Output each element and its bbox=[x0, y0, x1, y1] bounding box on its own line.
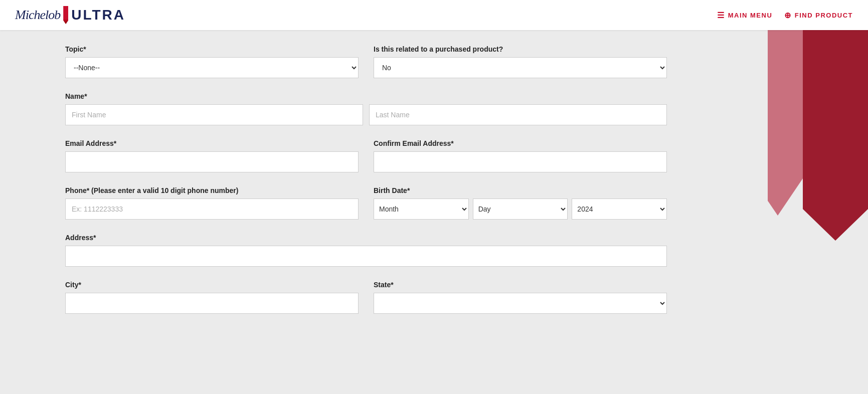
state-label: State* bbox=[374, 281, 667, 289]
purchased-select[interactable]: No Yes bbox=[374, 57, 667, 78]
find-product-label: FIND PRODUCT bbox=[795, 12, 853, 19]
row-topic: Topic* --None-- General Inquiry Product … bbox=[65, 45, 667, 78]
city-label: City* bbox=[65, 281, 359, 289]
email-label: Email Address* bbox=[65, 139, 359, 147]
header: Michelob ULTRA ☰ MAIN MENU ⊕ FIND PRODUC… bbox=[0, 0, 868, 30]
logo-ribbon-icon bbox=[63, 6, 68, 24]
row-email: Email Address* Confirm Email Address* bbox=[65, 139, 667, 172]
email-input[interactable] bbox=[65, 151, 359, 172]
deco-ribbon-container bbox=[768, 30, 868, 394]
group-topic: Topic* --None-- General Inquiry Product … bbox=[65, 45, 359, 78]
month-select[interactable]: Month January February March April May J… bbox=[374, 199, 469, 220]
group-birth-date: Birth Date* Month January February March… bbox=[374, 186, 667, 220]
last-name-input[interactable] bbox=[369, 104, 667, 125]
day-select[interactable]: Day 12 34 56 78 910 1520 2531 bbox=[473, 199, 568, 220]
group-name: Name* bbox=[65, 92, 667, 125]
birth-date-selects: Month January February March April May J… bbox=[374, 199, 667, 220]
page-wrapper: Topic* --None-- General Inquiry Product … bbox=[0, 30, 868, 394]
find-product-button[interactable]: ⊕ FIND PRODUCT bbox=[784, 11, 853, 20]
city-input[interactable] bbox=[65, 293, 359, 314]
main-content: Topic* --None-- General Inquiry Product … bbox=[0, 30, 808, 394]
main-menu-label: MAIN MENU bbox=[728, 12, 773, 19]
logo-ultra-text: ULTRA bbox=[71, 7, 125, 23]
row-phone-birth: Phone* (Please enter a valid 10 digit ph… bbox=[65, 186, 667, 220]
first-name-input[interactable] bbox=[65, 104, 363, 125]
main-menu-button[interactable]: ☰ MAIN MENU bbox=[717, 11, 772, 20]
group-email: Email Address* bbox=[65, 139, 359, 172]
group-address: Address* bbox=[65, 234, 667, 267]
year-select[interactable]: 2024 2023 2000 1990 1980 1970 1960 bbox=[572, 199, 667, 220]
address-input[interactable] bbox=[65, 246, 667, 267]
phone-input[interactable] bbox=[65, 199, 359, 220]
group-phone: Phone* (Please enter a valid 10 digit ph… bbox=[65, 186, 359, 220]
logo: Michelob ULTRA bbox=[15, 6, 125, 24]
topic-select[interactable]: --None-- General Inquiry Product Feedbac… bbox=[65, 57, 359, 78]
birth-date-label: Birth Date* bbox=[374, 186, 667, 194]
group-confirm-email: Confirm Email Address* bbox=[374, 139, 667, 172]
logo-michelob-text: Michelob bbox=[15, 8, 60, 23]
phone-label: Phone* (Please enter a valid 10 digit ph… bbox=[65, 186, 359, 194]
address-label: Address* bbox=[65, 234, 667, 242]
group-state: State* Alabama Alaska Arizona California… bbox=[374, 281, 667, 314]
row-city-state: City* State* Alabama Alaska Arizona Cali… bbox=[65, 281, 667, 314]
contact-form: Topic* --None-- General Inquiry Product … bbox=[65, 45, 667, 314]
deco-ribbon-dark bbox=[803, 30, 868, 241]
deco-ribbon-light bbox=[768, 30, 803, 216]
row-address: Address* bbox=[65, 234, 667, 267]
row-name: Name* bbox=[65, 92, 667, 125]
hamburger-icon: ☰ bbox=[717, 11, 725, 20]
state-select[interactable]: Alabama Alaska Arizona California Florid… bbox=[374, 293, 667, 314]
location-icon: ⊕ bbox=[784, 11, 792, 20]
purchased-label: Is this related to a purchased product? bbox=[374, 45, 667, 53]
group-purchased: Is this related to a purchased product? … bbox=[374, 45, 667, 78]
nav-right: ☰ MAIN MENU ⊕ FIND PRODUCT bbox=[717, 11, 853, 20]
confirm-email-label: Confirm Email Address* bbox=[374, 139, 667, 147]
deco-right-panel bbox=[808, 30, 868, 394]
confirm-email-input[interactable] bbox=[374, 151, 667, 172]
name-label: Name* bbox=[65, 92, 667, 100]
group-city: City* bbox=[65, 281, 359, 314]
topic-label: Topic* bbox=[65, 45, 359, 53]
